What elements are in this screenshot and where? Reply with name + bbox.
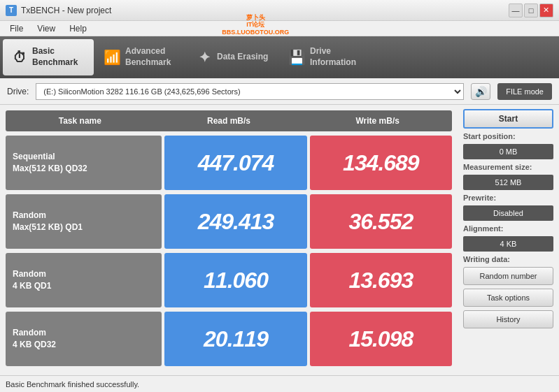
writing-data-button[interactable]: Random number <box>463 267 553 285</box>
tab-basic-benchmark-label: BasicBenchmark <box>32 46 78 68</box>
task-name-random-4kb-qd1: Random4 KB QD1 <box>6 253 162 307</box>
table-row: SequentialMax(512 KB) QD32 447.074 134.6… <box>6 136 452 190</box>
read-value-sequential: 447.074 <box>164 136 306 190</box>
main-content: Task name Read mB/s Write mB/s Sequentia… <box>0 105 559 375</box>
drive-label: Drive: <box>7 87 29 96</box>
status-bar: Basic Benchmark finished successfully. <box>0 375 559 392</box>
watermark-line2: IT论坛 <box>222 21 289 29</box>
read-value-random-4kb-qd1: 11.060 <box>164 253 306 307</box>
menu-help[interactable]: Help <box>62 22 94 35</box>
drive-bar: Drive: (E:) SiliconMotion 3282 116.16 GB… <box>0 78 559 105</box>
toolbar: ⏱ BasicBenchmark 📶 AdvancedBenchmark ✦ D… <box>0 36 559 78</box>
tab-data-erasing[interactable]: ✦ Data Erasing <box>187 39 278 75</box>
close-button[interactable]: ✕ <box>539 3 553 17</box>
measurement-size-label: Measurement size: <box>463 163 553 171</box>
tab-advanced-benchmark-label: AdvancedBenchmark <box>125 46 171 68</box>
tab-advanced-benchmark[interactable]: 📶 AdvancedBenchmark <box>95 39 186 75</box>
app-icon: T <box>6 5 17 16</box>
file-mode-button[interactable]: FILE mode <box>497 83 552 100</box>
maximize-button[interactable]: □ <box>524 3 538 17</box>
title-bar-buttons: — □ ✕ <box>509 3 553 17</box>
window-title: TxBENCH - New project <box>21 6 111 15</box>
write-value-random-512: 36.552 <box>310 194 452 249</box>
measurement-size-value: 512 MB <box>463 175 553 190</box>
tab-basic-benchmark[interactable]: ⏱ BasicBenchmark <box>3 39 94 75</box>
start-position-value: 0 MB <box>463 144 553 159</box>
menu-file[interactable]: File <box>3 22 30 35</box>
alignment-value: 4 KB <box>463 236 553 252</box>
start-button[interactable]: Start <box>463 109 553 129</box>
drive-information-icon: 💾 <box>288 49 306 66</box>
alignment-label: Alignment: <box>463 224 553 233</box>
writing-data-label: Writing data: <box>463 255 553 263</box>
history-button[interactable]: History <box>463 310 553 328</box>
minimize-button[interactable]: — <box>509 3 523 17</box>
tab-data-erasing-label: Data Erasing <box>217 52 268 63</box>
read-value-random-4kb-qd32: 20.119 <box>164 312 306 366</box>
write-value-random-4kb-qd32: 15.098 <box>310 312 452 366</box>
start-position-label: Start position: <box>463 132 553 140</box>
tab-drive-information[interactable]: 💾 DriveInformation <box>280 39 371 75</box>
table-row: Random4 KB QD32 20.119 15.098 <box>6 312 452 366</box>
control-panel: Start Start position: 0 MB Measurement s… <box>458 105 559 375</box>
header-task-name: Task name <box>6 116 155 126</box>
write-value-random-4kb-qd1: 13.693 <box>310 253 452 307</box>
read-value-random-512: 249.413 <box>164 194 306 249</box>
data-erasing-icon: ✦ <box>196 49 213 66</box>
table-row: RandomMax(512 KB) QD1 249.413 36.552 <box>6 194 452 249</box>
task-name-sequential: SequentialMax(512 KB) QD32 <box>6 136 162 190</box>
advanced-benchmark-icon: 📶 <box>104 49 121 66</box>
drive-refresh-button[interactable]: 🔊 <box>471 83 490 100</box>
benchmark-panel: Task name Read mB/s Write mB/s Sequentia… <box>0 105 458 375</box>
title-bar: T TxBENCH - New project 萝卜头 IT论坛 BBS.LUO… <box>0 0 559 21</box>
header-write: Write mB/s <box>303 116 452 126</box>
prewrite-value: Disabled <box>463 205 553 221</box>
status-text: Basic Benchmark finished successfully. <box>6 380 139 389</box>
prewrite-label: Prewrite: <box>463 194 553 202</box>
task-name-random-4kb-qd32: Random4 KB QD32 <box>6 312 162 366</box>
table-header: Task name Read mB/s Write mB/s <box>6 110 452 131</box>
watermark-line3: BBS.LUOBOTOU.ORG <box>222 29 289 36</box>
task-name-random-512: RandomMax(512 KB) QD1 <box>6 194 162 249</box>
table-row: Random4 KB QD1 11.060 13.693 <box>6 253 452 307</box>
watermark-line1: 萝卜头 <box>222 14 289 22</box>
write-value-sequential: 134.689 <box>310 136 452 190</box>
menu-view[interactable]: View <box>30 22 62 35</box>
tab-drive-information-label: DriveInformation <box>310 46 356 68</box>
drive-select[interactable]: (E:) SiliconMotion 3282 116.16 GB (243,6… <box>36 83 464 100</box>
watermark: 萝卜头 IT论坛 BBS.LUOBOTOU.ORG <box>222 14 289 36</box>
task-options-button[interactable]: Task options <box>463 289 553 307</box>
header-read: Read mB/s <box>155 116 304 126</box>
title-bar-left: T TxBENCH - New project <box>6 5 111 16</box>
basic-benchmark-icon: ⏱ <box>11 50 28 66</box>
